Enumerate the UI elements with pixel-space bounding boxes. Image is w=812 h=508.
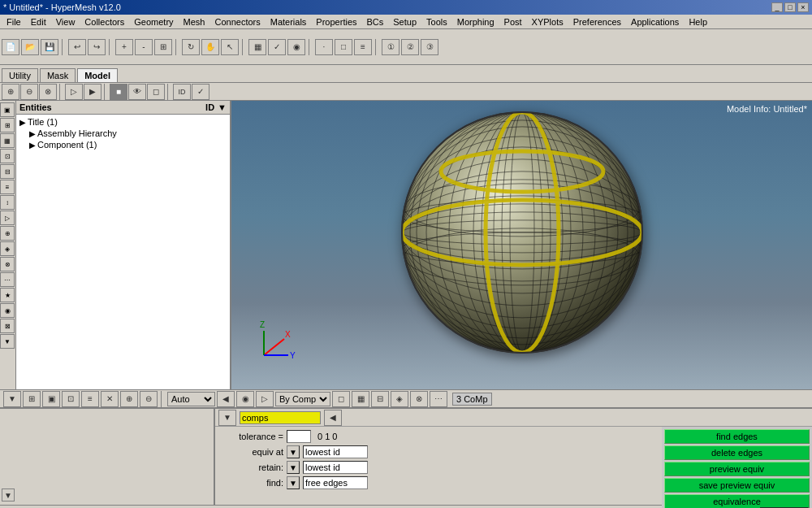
equiv-dropdown-btn[interactable]: ▼ [287,445,300,458]
tb-rotate[interactable]: ↻ [182,39,200,55]
tb2-vis[interactable]: 👁 [128,84,146,100]
find-dropdown-btn[interactable]: ▼ [287,476,300,489]
tb-view2[interactable]: ② [401,39,419,55]
tb2-3[interactable]: ⊗ [39,84,57,100]
btv-10[interactable]: ◉ [236,391,254,407]
equivalence-btn[interactable]: equivalence [664,494,810,508]
tb-display[interactable]: ◉ [287,39,305,55]
tb2-check[interactable]: ✓ [192,84,209,100]
side-btn-16[interactable]: ▼ [0,334,15,349]
menu-tools[interactable]: Tools [421,16,452,28]
btv-8[interactable]: ⊖ [140,391,158,407]
retain-dropdown-btn[interactable]: ▼ [287,461,300,474]
side-btn-10[interactable]: ◈ [0,241,15,256]
side-btn-2[interactable]: ⊞ [0,118,15,132]
side-btn-15[interactable]: ⊠ [0,319,15,333]
retain-value[interactable] [303,461,368,474]
tb-view1[interactable]: ① [382,39,400,55]
auto-dropdown[interactable]: Auto Manual [167,392,215,406]
btv-13[interactable]: ▦ [352,391,369,407]
menu-properties[interactable]: Properties [311,16,361,28]
close-btn[interactable]: × [797,2,809,12]
menu-post[interactable]: Post [499,16,527,28]
side-btn-13[interactable]: ★ [0,288,15,302]
tb2-5[interactable]: ▶ [84,84,102,100]
btv-9[interactable]: ◀ [217,391,235,407]
menu-file[interactable]: File [2,16,26,28]
preview-equiv-btn[interactable]: preview equiv [664,462,810,476]
btv-14[interactable]: ⊟ [371,391,389,407]
btv-2[interactable]: ⊞ [23,391,41,407]
tb2-id[interactable]: ID [173,84,191,100]
tb-view3[interactable]: ③ [421,39,438,55]
btv-16[interactable]: ⊗ [410,391,428,407]
comps-input[interactable] [240,411,321,424]
menu-view[interactable]: View [51,16,80,28]
tb-comps[interactable]: ≡ [354,39,372,55]
side-btn-8[interactable]: ▷ [0,211,15,225]
menu-preferences[interactable]: Preferences [568,16,626,28]
tb2-color[interactable]: ■ [110,84,127,100]
tb-new[interactable]: 📄 [2,39,19,55]
btv-17[interactable]: ⋯ [430,391,447,407]
menu-materials[interactable]: Materials [266,16,312,28]
btv-4[interactable]: ⊡ [62,391,80,407]
tb-fit[interactable]: ⊞ [154,39,172,55]
menu-edit[interactable]: Edit [26,16,51,28]
comps-expand[interactable]: ▼ [218,410,236,426]
delete-edges-btn[interactable]: delete edges [664,445,810,460]
tab-mask[interactable]: Mask [40,68,76,82]
side-btn-3[interactable]: ▦ [0,133,15,148]
side-btn-6[interactable]: ≡ [0,180,15,194]
tb-check[interactable]: ✓ [268,39,286,55]
menu-xyplots[interactable]: XYPlots [527,16,568,28]
tb-save[interactable]: 💾 [41,39,58,55]
menu-help[interactable]: Help [684,16,712,28]
side-btn-9[interactable]: ⊕ [0,226,15,241]
tree-title[interactable]: ▶ Title (1) [18,116,228,128]
tb-zoom-out[interactable]: - [135,39,153,55]
tb-select[interactable]: ↖ [221,39,239,55]
comps-end[interactable]: ◀ [324,410,342,426]
tb2-2[interactable]: ⊖ [20,84,38,100]
menu-geometry[interactable]: Geometry [129,16,178,28]
menu-connectors[interactable]: Connectors [209,16,265,28]
btv-12[interactable]: ◻ [332,391,350,407]
find-value[interactable] [303,476,368,489]
btv-6[interactable]: ✕ [101,391,119,407]
save-preview-equiv-btn[interactable]: save preview equiv [664,478,810,493]
maximize-btn[interactable]: □ [784,2,796,12]
btv-11[interactable]: ▷ [256,391,274,407]
tb-elements[interactable]: □ [335,39,352,55]
btv-7[interactable]: ⊕ [120,391,138,407]
find-edges-btn[interactable]: find edges [664,429,810,444]
tree-component[interactable]: ▶ Component (1) [28,139,228,150]
menu-mesh[interactable]: Mesh [179,16,210,28]
tb2-hide[interactable]: ◻ [147,84,165,100]
btv-15[interactable]: ◈ [391,391,408,407]
side-btn-1[interactable]: ▣ [0,102,15,117]
equiv-value[interactable] [303,445,368,458]
by-comp-dropdown[interactable]: By Comp By Part [275,392,330,406]
tb2-1[interactable]: ⊕ [2,84,19,100]
tb-undo[interactable]: ↩ [68,39,86,55]
tb-redo[interactable]: ↪ [88,39,106,55]
menu-morphing[interactable]: Morphing [452,16,499,28]
menu-setup[interactable]: Setup [388,16,421,28]
btv-1[interactable]: ▼ [3,391,21,407]
side-btn-5[interactable]: ⊟ [0,164,15,179]
side-btn-14[interactable]: ◉ [0,303,15,318]
tb-zoom-in[interactable]: + [115,39,133,55]
minimize-btn[interactable]: _ [771,2,783,12]
menu-collectors[interactable]: Collectors [80,16,129,28]
btv-3[interactable]: ▣ [42,391,60,407]
menu-bcs[interactable]: BCs [362,16,389,28]
tab-model[interactable]: Model [77,68,118,82]
btv-5[interactable]: ≡ [81,391,99,407]
viewport[interactable]: Model Info: Untitled* [231,101,812,389]
tb-mesh[interactable]: ▦ [248,39,266,55]
tab-utility[interactable]: Utility [2,68,38,82]
tb2-4[interactable]: ▷ [65,84,83,100]
menu-applications[interactable]: Applications [626,16,684,28]
lb-btn-down[interactable]: ▼ [2,488,15,501]
